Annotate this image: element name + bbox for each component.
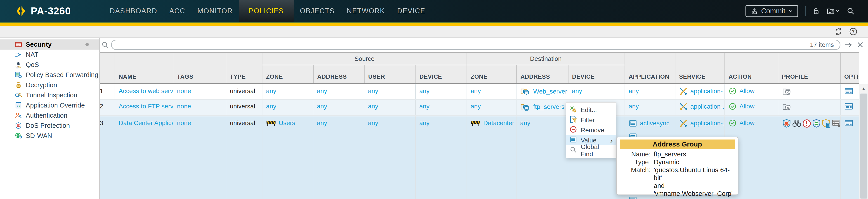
dst-zone-cell[interactable]: any bbox=[467, 84, 516, 99]
tab-objects[interactable]: OBJECTS bbox=[294, 0, 341, 22]
cell-value[interactable]: none bbox=[177, 102, 191, 111]
col-dst-device-header[interactable]: DEVICE bbox=[568, 65, 625, 83]
cell-value[interactable]: any bbox=[572, 87, 582, 95]
cell-value[interactable]: Allow bbox=[739, 119, 754, 127]
cell-value[interactable]: application-... bbox=[690, 119, 724, 127]
service-cell[interactable]: application-... bbox=[675, 100, 724, 115]
src-zone-cell[interactable]: any bbox=[262, 100, 313, 115]
tab-dashboard[interactable]: DASHBOARD bbox=[103, 0, 163, 22]
filter-input[interactable]: 17 items bbox=[111, 40, 840, 50]
apply-filter-icon[interactable] bbox=[844, 40, 852, 49]
src-user-cell[interactable]: any bbox=[364, 84, 415, 99]
anti-spyware-icon[interactable] bbox=[792, 119, 802, 128]
cell-value[interactable]: any bbox=[471, 87, 481, 95]
cell-value[interactable]: application-... bbox=[690, 87, 724, 95]
cell-value[interactable]: any bbox=[471, 102, 481, 111]
tab-device[interactable]: DEVICE bbox=[391, 0, 431, 22]
cell-value[interactable]: any bbox=[317, 119, 327, 127]
src-address-cell[interactable]: any bbox=[313, 100, 364, 115]
sidebar-item-security[interactable]: Security bbox=[0, 39, 99, 49]
col-name-header[interactable]: NAME bbox=[115, 53, 173, 83]
src-user-cell[interactable]: any bbox=[364, 116, 415, 199]
cell-value[interactable]: any bbox=[368, 102, 378, 111]
cell-value[interactable]: Users bbox=[279, 119, 295, 127]
col-application-header[interactable]: APPLICATION bbox=[625, 53, 675, 83]
scroll-up-icon[interactable]: ▲ bbox=[859, 84, 868, 93]
tab-monitor[interactable]: MONITOR bbox=[191, 0, 239, 22]
src-zone-cell[interactable]: any bbox=[262, 84, 313, 99]
tags-cell[interactable]: none bbox=[173, 84, 226, 99]
sidebar-item-sd-wan[interactable]: SD-WAN bbox=[0, 131, 99, 141]
dst-zone-cell[interactable]: Datacenter ... bbox=[467, 116, 516, 199]
sidebar-item-authentication[interactable]: Authentication bbox=[0, 111, 99, 121]
clear-filter-icon[interactable] bbox=[856, 41, 864, 49]
sidebar-item-policy-based-forwarding[interactable]: Policy Based Forwarding bbox=[0, 70, 99, 80]
col-src-user-header[interactable]: USER bbox=[364, 65, 415, 83]
col-type-header[interactable]: TYPE bbox=[226, 53, 262, 83]
rule-row-1[interactable]: 1Access to web serversnoneuniversalanyan… bbox=[100, 84, 859, 100]
col-number-header[interactable] bbox=[100, 53, 115, 83]
cell-value[interactable]: Datacenter ... bbox=[483, 119, 516, 127]
cell-value[interactable]: Access to FTP servers bbox=[119, 102, 173, 111]
vertical-scrollbar[interactable]: ▲ bbox=[859, 84, 868, 199]
cell-value[interactable]: Data Center Applica... bbox=[119, 119, 173, 127]
menu-item-filter[interactable]: Filter bbox=[566, 115, 616, 125]
options-cell[interactable] bbox=[840, 100, 859, 115]
config-lock-icon[interactable] bbox=[812, 7, 820, 15]
col-src-device-header[interactable]: DEVICE bbox=[415, 65, 467, 83]
options-cell[interactable] bbox=[840, 116, 859, 199]
sidebar-item-qos[interactable]: QoSQoS bbox=[0, 60, 99, 70]
menu-item-edit[interactable]: Edit... bbox=[566, 105, 616, 115]
col-service-header[interactable]: SERVICE bbox=[675, 53, 724, 83]
col-action-header[interactable]: ACTION bbox=[724, 53, 778, 83]
options-cell[interactable] bbox=[840, 84, 859, 99]
rule-name-cell[interactable]: Data Center Applica... bbox=[115, 116, 173, 199]
menu-item-remove[interactable]: Remove bbox=[566, 125, 616, 135]
menu-item-global-find[interactable]: Global Find bbox=[566, 145, 616, 156]
cell-value[interactable]: any bbox=[368, 87, 378, 95]
col-dst-address-header[interactable]: ADDRESS bbox=[516, 65, 568, 83]
commit-button[interactable]: Commit bbox=[745, 5, 798, 17]
src-zone-cell[interactable]: Users bbox=[262, 116, 313, 199]
wildfire-icon[interactable] bbox=[832, 119, 840, 128]
application-cell[interactable]: any bbox=[625, 100, 675, 115]
type-cell[interactable]: universal bbox=[226, 116, 262, 199]
cell-value[interactable]: activesync bbox=[640, 119, 670, 127]
cell-value[interactable]: none bbox=[177, 119, 191, 127]
dst-zone-cell[interactable]: any bbox=[467, 100, 516, 115]
action-cell[interactable]: Allow bbox=[724, 84, 778, 99]
col-profile-header[interactable]: PROFILE bbox=[778, 53, 840, 83]
cell-value[interactable]: Allow bbox=[739, 102, 754, 111]
help-icon[interactable]: ? bbox=[849, 27, 858, 36]
col-src-zone-header[interactable]: ZONE bbox=[262, 65, 313, 83]
tags-cell[interactable]: none bbox=[173, 116, 226, 199]
src-address-cell[interactable]: any bbox=[313, 84, 364, 99]
cell-value[interactable]: any bbox=[520, 119, 530, 127]
cell-value[interactable]: Access to web servers bbox=[119, 87, 173, 95]
src-user-cell[interactable]: any bbox=[364, 100, 415, 115]
rule-name-cell[interactable]: Access to FTP servers bbox=[115, 100, 173, 115]
refresh-icon[interactable] bbox=[834, 27, 843, 36]
src-device-cell[interactable]: any bbox=[415, 116, 467, 199]
cell-value[interactable]: Web_servers bbox=[533, 87, 568, 95]
scrollbar-thumb[interactable] bbox=[860, 93, 867, 199]
src-device-cell[interactable]: any bbox=[415, 84, 467, 99]
src-device-cell[interactable]: any bbox=[415, 100, 467, 115]
cell-value[interactable]: none bbox=[177, 87, 191, 95]
sidebar-item-tunnel-inspection[interactable]: Tunnel Inspection bbox=[0, 90, 99, 100]
service-cell[interactable]: application-... bbox=[675, 84, 724, 99]
antivirus-icon[interactable] bbox=[782, 119, 792, 128]
tab-policies[interactable]: POLICIES bbox=[239, 0, 294, 22]
profile-cell[interactable] bbox=[778, 116, 840, 199]
rule-row-3[interactable]: 3Data Center Applica...noneuniversalUser… bbox=[100, 116, 859, 199]
cell-value[interactable]: any bbox=[419, 119, 430, 127]
rule-name-cell[interactable]: Access to web servers bbox=[115, 84, 173, 99]
cell-value[interactable]: any bbox=[368, 119, 378, 127]
global-search-icon[interactable] bbox=[846, 7, 855, 15]
col-tags-header[interactable]: TAGS bbox=[173, 53, 226, 83]
cell-value[interactable]: any bbox=[629, 87, 639, 95]
config-transfer-icon[interactable] bbox=[827, 7, 839, 15]
cell-value[interactable]: any bbox=[317, 102, 327, 111]
url-filtering-icon[interactable] bbox=[812, 119, 821, 128]
type-cell[interactable]: universal bbox=[226, 100, 262, 115]
